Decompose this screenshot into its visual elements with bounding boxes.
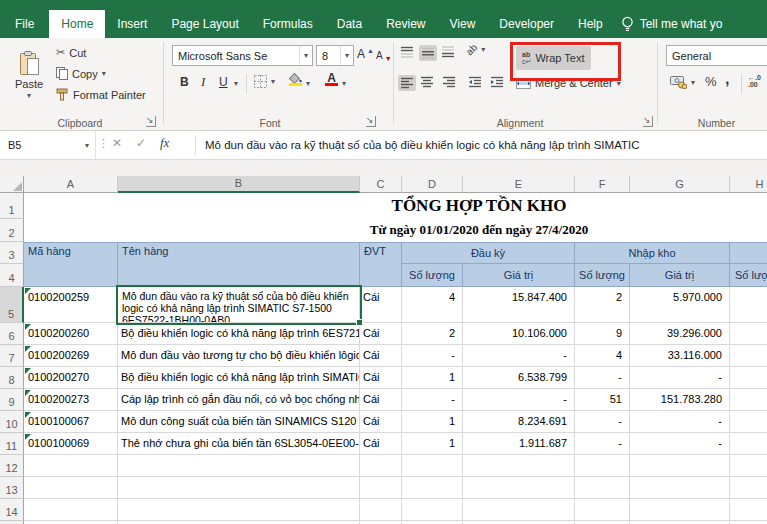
copy-button[interactable]: Copy ▾ <box>56 67 106 80</box>
column-header-A[interactable]: A <box>24 176 118 193</box>
column-header-B[interactable]: B <box>118 176 360 193</box>
cell-H9[interactable] <box>730 389 767 411</box>
font-size-caret[interactable]: ▾ <box>340 46 353 65</box>
cell-F14[interactable] <box>575 499 630 521</box>
tell-me-box[interactable]: Tell me what yo <box>621 10 723 38</box>
underline-caret[interactable]: ▾ <box>234 79 238 88</box>
align-middle-button[interactable] <box>419 45 437 61</box>
paste-button[interactable]: Paste ▾ <box>6 43 52 107</box>
cell-A11[interactable]: 0100100069 <box>24 433 118 455</box>
tab-file[interactable]: File <box>0 10 49 38</box>
cell-D10[interactable]: 1 <box>402 411 463 433</box>
row-header-6[interactable]: 6 <box>0 323 24 345</box>
formula-input[interactable]: Mô đun đầu vào ra kỹ thuật số của bộ điề… <box>205 131 767 159</box>
cell-D5[interactable]: 4 <box>402 287 463 323</box>
italic-button[interactable]: I <box>201 74 205 90</box>
header-sub-gia-tri-opening[interactable]: Giá trị <box>463 264 575 287</box>
cell-G7[interactable]: 33.116.000 <box>630 345 730 367</box>
increase-indent-button[interactable] <box>490 76 504 88</box>
cell-C5[interactable]: Cái <box>360 287 402 323</box>
cell-E6[interactable]: 10.106.000 <box>463 323 575 345</box>
cell-F8[interactable]: - <box>575 367 630 389</box>
tab-formulas[interactable]: Formulas <box>251 10 325 38</box>
cell-B12[interactable] <box>118 455 360 477</box>
cell-H6[interactable] <box>730 323 767 345</box>
grow-font-button[interactable]: A▲ <box>357 47 374 61</box>
column-header-C[interactable]: C <box>360 176 402 193</box>
cell-H5[interactable] <box>730 287 767 323</box>
column-header-E[interactable]: E <box>463 176 575 193</box>
cell-F5[interactable]: 2 <box>575 287 630 323</box>
tab-data[interactable]: Data <box>325 10 374 38</box>
enter-icon[interactable]: ✓ <box>136 136 146 150</box>
row-header-2[interactable]: 2 <box>0 219 24 242</box>
merge-center-button[interactable]: Merge & Center ▾ <box>516 77 621 89</box>
shrink-font-button[interactable]: A▼ <box>376 49 392 62</box>
report-subtitle-cell[interactable]: Từ ngày 01/01/2020 đến ngày 27/4/2020 <box>24 219 767 242</box>
cell-C11[interactable]: Cái <box>360 433 402 455</box>
cell-B11[interactable]: Thẻ nhớ chưa ghi của biến tần 6SL3054-0E… <box>118 433 360 455</box>
cell-C7[interactable]: Cái <box>360 345 402 367</box>
cell-F7[interactable]: 4 <box>575 345 630 367</box>
row-header-11[interactable]: 11 <box>0 433 24 455</box>
tab-insert[interactable]: Insert <box>105 10 159 38</box>
cell-H10[interactable] <box>730 411 767 433</box>
font-name-combobox[interactable]: Microsoft Sans Se ▾ <box>172 45 313 66</box>
fill-handle[interactable] <box>356 319 363 326</box>
header-group-clipped[interactable] <box>730 242 767 264</box>
cell-A7[interactable]: 0100200269 <box>24 345 118 367</box>
cell-A9[interactable]: 0100200273 <box>24 389 118 411</box>
tab-page-layout[interactable]: Page Layout <box>159 10 250 38</box>
header-group-dau-ky[interactable]: Đầu kỳ <box>402 242 575 264</box>
cell-C6[interactable]: Cái <box>360 323 402 345</box>
fill-color-caret[interactable]: ▾ <box>306 79 310 88</box>
cell-G14[interactable] <box>630 499 730 521</box>
align-right-button[interactable] <box>442 76 456 88</box>
cut-button[interactable]: ✂ Cut <box>56 46 86 59</box>
wrap-text-button[interactable]: ab c↵ Wrap Text <box>516 46 591 70</box>
comma-style-button[interactable]: , <box>725 70 729 88</box>
cell-B5[interactable]: Mô đun đầu vào ra kỹ thuật số của bộ điề… <box>118 287 360 323</box>
font-color-button[interactable]: A <box>325 73 338 86</box>
cell-H11[interactable] <box>730 433 767 455</box>
tab-help[interactable]: Help <box>566 10 615 38</box>
row-header-8[interactable]: 8 <box>0 367 24 389</box>
font-name-caret[interactable]: ▾ <box>299 46 312 65</box>
font-color-caret[interactable]: ▾ <box>342 79 346 88</box>
borders-caret[interactable]: ▾ <box>271 77 275 86</box>
header-group-nhap-kho[interactable]: Nhập kho <box>575 242 730 264</box>
cell-E10[interactable]: 8.234.691 <box>463 411 575 433</box>
cell-F12[interactable] <box>575 455 630 477</box>
cell-E14[interactable] <box>463 499 575 521</box>
cell-E11[interactable]: 1.911.687 <box>463 433 575 455</box>
alignment-dialog-launcher[interactable]: ↘ <box>643 116 653 127</box>
cell-C9[interactable]: Cái <box>360 389 402 411</box>
cell-C8[interactable]: Cái <box>360 367 402 389</box>
cell-A8[interactable]: 0100200270 <box>24 367 118 389</box>
cell-D7[interactable]: - <box>402 345 463 367</box>
cell-A13[interactable] <box>24 477 118 499</box>
cell-G5[interactable]: 5.970.000 <box>630 287 730 323</box>
cell-C10[interactable]: Cái <box>360 411 402 433</box>
cell-B10[interactable]: Mô đun công suất của biến tần SINAMICS S… <box>118 411 360 433</box>
tab-review[interactable]: Review <box>374 10 437 38</box>
format-painter-button[interactable]: Format Painter <box>56 88 146 101</box>
align-top-button[interactable] <box>400 46 414 58</box>
cell-E5[interactable]: 15.847.400 <box>463 287 575 323</box>
cell-G11[interactable]: - <box>630 433 730 455</box>
tab-developer[interactable]: Developer <box>487 10 566 38</box>
cell-F6[interactable]: 9 <box>575 323 630 345</box>
cell-A6[interactable]: 0100200260 <box>24 323 118 345</box>
header-cell-ma-hang[interactable]: Mã hàng <box>24 242 118 287</box>
cell-D12[interactable] <box>402 455 463 477</box>
font-size-combobox[interactable]: 8 ▾ <box>316 45 354 66</box>
header-sub-so-luong-inbound[interactable]: Số lượng <box>575 264 630 287</box>
tab-view[interactable]: View <box>438 10 488 38</box>
header-sub-gia-tri-inbound[interactable]: Giá trị <box>630 264 730 287</box>
tab-home[interactable]: Home <box>49 10 105 38</box>
cell-E13[interactable] <box>463 477 575 499</box>
cell-D6[interactable]: 2 <box>402 323 463 345</box>
cell-B6[interactable]: Bộ điều khiển logic có khả năng lập trìn… <box>118 323 360 345</box>
cell-G9[interactable]: 151.783.280 <box>630 389 730 411</box>
accounting-caret[interactable]: ▾ <box>691 78 695 87</box>
